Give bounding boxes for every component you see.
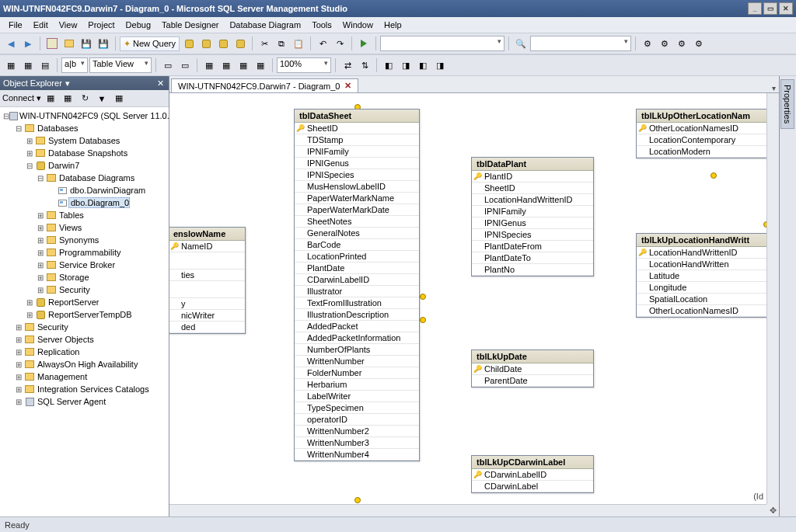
diag-icon-3[interactable]: ▤ (37, 57, 53, 73)
diagram-canvas[interactable]: tblDataSheet 🔑SheetIDTDStampIPNIFamilyIP… (169, 93, 779, 516)
tree-row[interactable]: ⊞Management (0, 370, 169, 383)
table-locationhandwritten[interactable]: tblLkUpLocationHandWritt 🔑LocationHandWr… (636, 233, 770, 318)
tree-twisty-icon[interactable]: ⊞ (36, 249, 45, 257)
tree-twisty-icon[interactable]: ⊞ (14, 336, 23, 344)
execute-icon[interactable] (356, 36, 372, 51)
open-icon[interactable] (61, 36, 77, 51)
tree-row[interactable]: ⊞System Databases (0, 134, 169, 147)
tree-row[interactable]: ⊞Tables (0, 209, 169, 221)
horizontal-scrollbar[interactable] (169, 504, 766, 516)
menu-view[interactable]: View (54, 19, 83, 31)
tree-twisty-icon[interactable]: ⊟ (3, 112, 9, 120)
document-tab-close-icon[interactable]: ✕ (344, 81, 351, 91)
tree-twisty-icon[interactable]: ⊞ (25, 298, 34, 307)
pan-icon[interactable]: ✥ (766, 504, 779, 516)
tree-row[interactable]: ⊟Databases (0, 122, 169, 134)
close-button[interactable]: ✕ (779, 2, 793, 15)
font-combo[interactable]: a|b (61, 57, 88, 73)
restore-button[interactable]: ▭ (763, 2, 777, 15)
save-icon[interactable]: 💾 (79, 36, 94, 51)
db-icon-2[interactable] (198, 36, 214, 51)
menu-table-designer[interactable]: Table Designer (156, 19, 224, 31)
tree-row[interactable]: ⊟Darwin7 (0, 159, 169, 172)
table-lkupdate[interactable]: tblLkUpDate 🔑ChildDateParentDate (471, 349, 594, 388)
tree-twisty-icon[interactable]: ⊞ (25, 137, 34, 145)
menu-window[interactable]: Window (337, 19, 379, 31)
copy-icon[interactable]: ⧉ (274, 36, 289, 51)
tree-twisty-icon[interactable]: ⊞ (25, 149, 34, 158)
new-project-icon[interactable] (44, 36, 60, 51)
db-combo[interactable] (380, 36, 504, 51)
oe-refresh-icon[interactable]: ↻ (77, 91, 93, 106)
diag-icon-7[interactable]: ▦ (218, 57, 234, 73)
tree-twisty-icon[interactable]: ⊞ (14, 385, 23, 394)
tree-twisty-icon[interactable]: ⊟ (14, 124, 23, 133)
oe-icon-1[interactable]: ▦ (43, 91, 58, 106)
properties-tab[interactable]: Properties (780, 79, 794, 129)
diag-icon-14[interactable]: ◧ (415, 57, 431, 73)
table-datasheet[interactable]: tblDataSheet 🔑SheetIDTDStampIPNIFamilyIP… (294, 109, 420, 461)
tool-icon-2[interactable]: ⚙ (657, 36, 672, 51)
tree-row[interactable]: dbo.Diagram_0 (0, 196, 169, 209)
find-combo[interactable] (530, 36, 631, 51)
db-icon-1[interactable] (181, 36, 197, 51)
diag-icon-4[interactable]: ▭ (160, 57, 176, 73)
table-otherlocationnames[interactable]: tblLkUpOtherLocationNam 🔑OtherLocationNa… (636, 109, 770, 158)
tree-row[interactable]: ⊞ReportServer (0, 296, 169, 308)
minimize-button[interactable]: _ (748, 2, 762, 15)
vertical-scrollbar[interactable] (766, 93, 779, 504)
diag-icon-13[interactable]: ◨ (398, 57, 414, 73)
diag-icon-1[interactable]: ▦ (3, 57, 19, 73)
tree-row[interactable]: dbo.DarwinDiagram (0, 184, 169, 196)
tool-icon-3[interactable]: ⚙ (674, 36, 690, 51)
pin-icon[interactable]: ▾ (62, 78, 73, 89)
redo-icon[interactable]: ↷ (332, 36, 347, 51)
diag-icon-10[interactable]: ⇄ (340, 57, 355, 73)
save-all-icon[interactable]: 💾 (96, 36, 111, 51)
tree-row[interactable]: ⊞SQL Server Agent (0, 395, 169, 408)
tree-row[interactable]: ⊞Programmability (0, 246, 169, 259)
tool-icon-4[interactable]: ⚙ (691, 36, 707, 51)
tree-twisty-icon[interactable]: ⊞ (36, 224, 45, 232)
diag-icon-8[interactable]: ▦ (236, 57, 251, 73)
panel-close-icon[interactable]: ✕ (155, 78, 166, 89)
menu-help[interactable]: Help (379, 19, 407, 31)
cut-icon[interactable]: ✂ (257, 36, 272, 51)
tool-icon-1[interactable]: ⚙ (640, 36, 655, 51)
undo-icon[interactable]: ↶ (315, 36, 330, 51)
find-icon[interactable]: 🔍 (513, 36, 529, 51)
diag-icon-15[interactable]: ◨ (432, 57, 448, 73)
tree-twisty-icon[interactable]: ⊞ (14, 348, 23, 356)
tree-twisty-icon[interactable]: ⊟ (36, 174, 45, 183)
tree-row[interactable]: ⊞AlwaysOn High Availability (0, 358, 169, 370)
tree-twisty-icon[interactable]: ⊞ (14, 373, 23, 381)
tree-twisty-icon[interactable]: ⊞ (14, 323, 23, 332)
diag-icon-5[interactable]: ▭ (177, 57, 193, 73)
tree-twisty-icon[interactable]: ⊞ (36, 236, 45, 245)
menu-debug[interactable]: Debug (120, 19, 156, 31)
tab-menu-icon[interactable]: ▾ (772, 84, 776, 92)
tree-row[interactable]: ⊟WIN-UTNFN042FC9 (SQL Server 11.0.1750 -… (0, 110, 169, 122)
db-icon-4[interactable] (232, 36, 248, 51)
table-dataplant[interactable]: tblDataPlant 🔑PlantIDSheetIDLocationHand… (471, 157, 594, 276)
tree-row[interactable]: ⊞Security (0, 283, 169, 296)
tree-twisty-icon[interactable]: ⊞ (14, 398, 23, 406)
tree-row[interactable]: ⊞Replication (0, 346, 169, 358)
menu-edit[interactable]: Edit (28, 19, 54, 31)
tree-row[interactable]: ⊞Server Objects (0, 333, 169, 346)
tree-twisty-icon[interactable]: ⊞ (36, 286, 45, 294)
tree-row[interactable]: ⊞Synonyms (0, 234, 169, 246)
back-button[interactable]: ◀ (3, 36, 19, 51)
tree-row[interactable]: ⊞ReportServerTempDB (0, 308, 169, 321)
diag-icon-9[interactable]: ▦ (253, 57, 268, 73)
oe-icon-5[interactable]: ▦ (111, 91, 127, 106)
db-icon-3[interactable] (215, 36, 231, 51)
diag-icon-6[interactable]: ▦ (201, 57, 217, 73)
tree-twisty-icon[interactable]: ⊞ (36, 211, 45, 220)
tree-twisty-icon[interactable]: ⊞ (25, 311, 34, 319)
table-cdarwinlabel[interactable]: tblLkUpCDarwinLabel 🔑CDarwinLabelIDCDarw… (471, 455, 594, 493)
oe-icon-2[interactable]: ▦ (60, 91, 75, 106)
menu-project[interactable]: Project (82, 19, 120, 31)
new-query-button[interactable]: ✦ New Query (120, 37, 180, 51)
tree-row[interactable]: ⊞Security (0, 321, 169, 333)
